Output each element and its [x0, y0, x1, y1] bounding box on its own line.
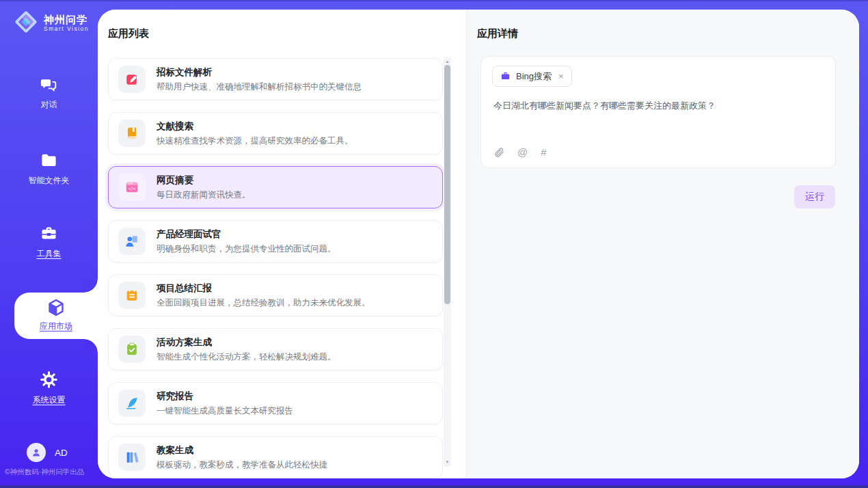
sidebar-item-label: 系统设置 [33, 395, 66, 405]
tool-tag-label: Bing搜索 [516, 70, 552, 83]
app-card[interactable]: 研究报告一键智能生成高质量长文本研究报告 [108, 382, 443, 424]
app-card-title: 产品经理面试官 [157, 228, 336, 241]
sidebar: 神州问学 Smart Vision 对话 智能文件夹 工具集 应用市场 系统设置 [0, 0, 98, 488]
toolbox-icon [40, 224, 59, 243]
app-card-desc: 帮助用户快速、准确地理解和解析招标书中的关键信息 [157, 81, 362, 93]
app-card[interactable]: 项目总结汇报全面回顾项目进展，总结经验教训，助力未来优化发展。 [108, 274, 443, 316]
app-card-title: 网页摘要 [157, 174, 251, 187]
brand-subtitle: Smart Vision [44, 26, 89, 32]
tab-curve-bottom [84, 339, 98, 353]
clipboard-check-icon [118, 336, 146, 363]
app-card[interactable]: 教案生成模板驱动，教案秒成，教学准备从此轻松快捷 [108, 436, 443, 478]
attachment-toolbar: @ # [493, 146, 547, 158]
app-card[interactable]: </>网页摘要每日政府新闻资讯快查。 [108, 166, 443, 208]
chat-icon [40, 75, 59, 94]
books-icon [118, 444, 146, 471]
hashtag-icon[interactable]: # [541, 146, 546, 158]
gear-icon [40, 370, 59, 390]
app-detail-panel: 应用详情 Bing搜索 × 今日湖北有哪些新闻要点？有哪些需要关注的最新政策？ … [466, 10, 859, 478]
sidebar-item-label: 智能文件夹 [29, 176, 70, 185]
app-card[interactable]: 活动方案生成智能生成个性化活动方案，轻松解决规划难题。 [108, 328, 443, 370]
user-account[interactable]: AD [27, 443, 68, 462]
cube-icon [46, 297, 66, 318]
sidebar-item-toolset[interactable]: 工具集 [0, 224, 98, 260]
copyright-footer: ©神州数码·神州问学出品 [5, 467, 84, 477]
brand-logo-icon [14, 10, 38, 37]
scrollbar[interactable]: ▲ ▼ [444, 57, 451, 467]
app-list-panel: 应用列表 招标文件解析帮助用户快速、准确地理解和解析招标书中的关键信息文献搜索快… [98, 10, 466, 478]
app-card-desc: 全面回顾项目进展，总结经验教训，助力未来优化发展。 [157, 297, 370, 309]
tool-tag-bing-search[interactable]: Bing搜索 × [492, 66, 572, 87]
app-card-desc: 每日政府新闻资讯快查。 [157, 189, 251, 201]
scroll-up-icon[interactable]: ▲ [444, 58, 451, 65]
book-icon [118, 120, 146, 147]
main-content: 应用列表 招标文件解析帮助用户快速、准确地理解和解析招标书中的关键信息文献搜索快… [98, 10, 859, 478]
app-card-title: 项目总结汇报 [157, 282, 370, 295]
app-card-desc: 快速精准查找学术资源，提高研究效率的必备工具。 [157, 135, 353, 147]
app-card-desc: 明确身份和职责，为您提供专业性的面试问题。 [157, 243, 336, 255]
app-card-desc: 智能生成个性化活动方案，轻松解决规划难题。 [157, 351, 336, 363]
tab-curve-top [84, 279, 98, 293]
avatar [27, 443, 46, 462]
interviewer-icon [118, 228, 146, 255]
prompt-text[interactable]: 今日湖北有哪些新闻要点？有哪些需要关注的最新政策？ [493, 99, 823, 113]
sidebar-item-chat[interactable]: 对话 [0, 75, 98, 111]
sidebar-item-smart-folder[interactable]: 智能文件夹 [0, 151, 98, 187]
app-card-title: 文献搜索 [157, 120, 353, 133]
webpage-code-icon: </> [118, 174, 146, 201]
bid-document-icon [118, 66, 146, 93]
close-icon[interactable]: × [558, 72, 564, 81]
sidebar-item-app-market[interactable]: 应用市场 [14, 293, 98, 339]
sidebar-item-label: 对话 [41, 100, 57, 109]
app-card-desc: 模板驱动，教案秒成，教学准备从此轻松快捷 [157, 459, 327, 471]
briefcase-icon [500, 71, 511, 81]
window-bottom-edge [0, 485, 868, 488]
app-card-desc: 一键智能生成高质量长文本研究报告 [157, 405, 293, 417]
app-card-title: 研究报告 [157, 390, 293, 403]
folder-icon [40, 151, 59, 170]
window-top-edge [0, 0, 868, 1]
paperclip-icon[interactable] [493, 147, 504, 158]
prompt-card: Bing搜索 × 今日湖北有哪些新闻要点？有哪些需要关注的最新政策？ @ # [480, 56, 836, 168]
sidebar-item-label: 工具集 [37, 249, 62, 258]
app-card[interactable]: 文献搜索快速精准查找学术资源，提高研究效率的必备工具。 [108, 112, 443, 154]
brand-name: 神州问学 [44, 14, 89, 26]
app-card[interactable]: 招标文件解析帮助用户快速、准确地理解和解析招标书中的关键信息 [108, 58, 443, 100]
app-card-title: 活动方案生成 [157, 336, 336, 349]
sidebar-item-settings[interactable]: 系统设置 [0, 370, 98, 406]
quill-icon [118, 390, 146, 417]
app-card-title: 招标文件解析 [157, 66, 362, 79]
svg-text:</>: </> [128, 186, 136, 191]
app-detail-title: 应用详情 [477, 27, 518, 40]
app-card[interactable]: 产品经理面试官明确身份和职责，为您提供专业性的面试问题。 [108, 220, 443, 262]
mention-icon[interactable]: @ [517, 146, 528, 158]
notepad-icon [118, 282, 146, 309]
sidebar-item-label: 应用市场 [40, 321, 72, 331]
app-card-title: 教案生成 [157, 444, 327, 457]
run-button[interactable]: 运行 [794, 185, 835, 208]
scroll-down-icon[interactable]: ▼ [444, 459, 451, 465]
app-card-list: 招标文件解析帮助用户快速、准确地理解和解析招标书中的关键信息文献搜索快速精准查找… [98, 10, 466, 478]
user-initials: AD [55, 448, 68, 458]
scrollbar-thumb[interactable] [444, 65, 450, 304]
brand: 神州问学 Smart Vision [14, 10, 89, 37]
